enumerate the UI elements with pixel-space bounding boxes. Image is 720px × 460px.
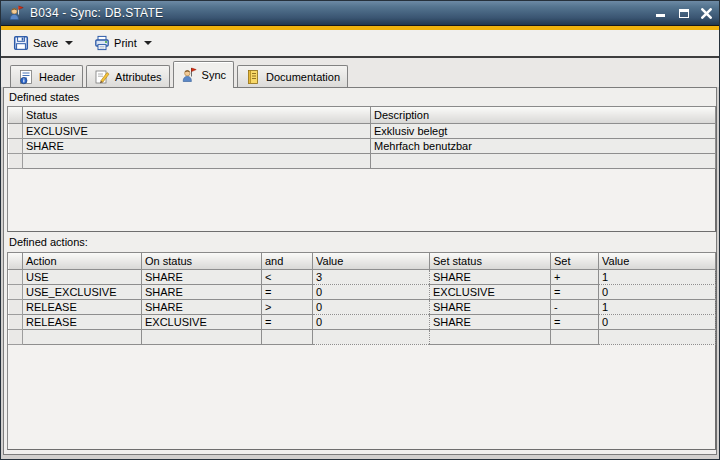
row-selector[interactable] [9,138,23,153]
app-window: B034 - Sync: DB.STATE Save [0,0,720,460]
cell[interactable]: 1 [599,299,716,314]
cell[interactable]: SHARE [142,284,262,299]
table-row [9,329,716,344]
actions-column-action[interactable]: Action [23,253,142,269]
states-selector-header [9,107,23,123]
cell[interactable]: SHARE [430,314,551,329]
cell[interactable] [599,329,716,344]
cell[interactable]: EXCLUSIVE [430,284,551,299]
actions-column-on-status[interactable]: On status [142,253,262,269]
titlebar: B034 - Sync: DB.STATE [1,1,719,25]
print-icon [94,35,110,51]
close-icon[interactable] [700,7,713,20]
cell[interactable]: 0 [599,314,716,329]
cell[interactable]: EXCLUSIVE [23,123,371,138]
table-row: RELEASEEXCLUSIVE=0SHARE=0 [9,314,716,329]
table-row: USESHARE<3SHARE+1 [9,269,716,284]
tab-sync[interactable]: Sync [173,61,234,88]
states-column-status[interactable]: Status [23,107,371,123]
cell[interactable]: RELEASE [23,314,142,329]
save-button[interactable]: Save [9,32,62,54]
cell[interactable]: 3 [313,269,430,284]
tab-attributes[interactable]: Attributes [86,65,169,87]
tab-documentation[interactable]: Documentation [237,65,348,87]
cell[interactable]: < [262,269,313,284]
cell[interactable]: = [262,314,313,329]
tab-header[interactable]: Header [10,65,83,87]
cell[interactable]: Exklusiv belegt [371,123,716,138]
table-row: EXCLUSIVEExklusiv belegt [9,123,716,138]
cell[interactable]: SHARE [430,269,551,284]
app-icon [8,5,24,21]
tab-documentation-label: Documentation [266,71,340,83]
table-row: SHAREMehrfach benutzbar [9,138,716,153]
cell[interactable]: SHARE [430,299,551,314]
cell[interactable] [371,153,716,168]
defined-actions-table: Action On status and Value Set status Se… [7,252,717,450]
table-row [9,153,716,168]
table-row: RELEASESHARE>0SHARE-1 [9,299,716,314]
actions-column-set[interactable]: Set [551,253,599,269]
cell[interactable] [142,329,262,344]
row-selector[interactable] [9,153,23,168]
actions-column-value2[interactable]: Value [599,253,716,269]
cell[interactable]: EXCLUSIVE [142,314,262,329]
actions-selector-header [9,253,23,269]
cell[interactable] [551,329,599,344]
defined-actions-label: Defined actions: [9,236,88,250]
states-column-description[interactable]: Description [371,107,716,123]
defined-states-table: Status Description EXCLUSIVEExklusiv bel… [7,106,717,232]
cell[interactable]: SHARE [142,269,262,284]
tab-header-label: Header [39,71,75,83]
cell[interactable] [23,329,142,344]
cell[interactable]: - [551,299,599,314]
cell[interactable]: SHARE [23,138,371,153]
print-label: Print [114,37,137,49]
cell[interactable]: = [551,314,599,329]
actions-column-set-status[interactable]: Set status [430,253,551,269]
row-selector[interactable] [9,123,23,138]
minimize-icon[interactable] [654,7,667,20]
states-header-row: Status Description [9,107,716,123]
save-icon [13,35,29,51]
cell[interactable]: RELEASE [23,299,142,314]
cell[interactable]: 0 [313,284,430,299]
cell[interactable]: 0 [313,314,430,329]
cell[interactable]: 1 [599,269,716,284]
cell[interactable]: 0 [599,284,716,299]
row-selector[interactable] [9,284,23,299]
chevron-down-icon [65,41,73,45]
cell[interactable]: = [262,284,313,299]
window-controls [654,1,713,25]
cell[interactable] [313,329,430,344]
cell[interactable]: = [551,284,599,299]
cell[interactable] [23,153,371,168]
cell[interactable] [430,329,551,344]
print-button[interactable]: Print [90,32,141,54]
cell[interactable]: + [551,269,599,284]
actions-column-value[interactable]: Value [313,253,430,269]
header-document-info-icon [18,69,34,85]
cell[interactable]: > [262,299,313,314]
print-dropdown-arrow[interactable] [141,34,155,52]
cell[interactable]: USE [23,269,142,284]
save-label: Save [33,37,58,49]
row-selector[interactable] [9,329,23,344]
maximize-icon[interactable] [677,7,690,20]
actions-header-row: Action On status and Value Set status Se… [9,253,716,269]
cell[interactable]: USE_EXCLUSIVE [23,284,142,299]
chevron-down-icon [144,41,152,45]
row-selector[interactable] [9,299,23,314]
tab-sync-label: Sync [202,69,226,81]
save-dropdown-arrow[interactable] [62,34,76,52]
toolbar: Save Print [1,30,719,58]
tab-bar: Header Attributes [1,58,719,87]
tab-attributes-label: Attributes [115,71,161,83]
actions-column-and[interactable]: and [262,253,313,269]
row-selector[interactable] [9,314,23,329]
cell[interactable]: SHARE [142,299,262,314]
cell[interactable] [262,329,313,344]
cell[interactable]: 0 [313,299,430,314]
cell[interactable]: Mehrfach benutzbar [371,138,716,153]
row-selector[interactable] [9,269,23,284]
